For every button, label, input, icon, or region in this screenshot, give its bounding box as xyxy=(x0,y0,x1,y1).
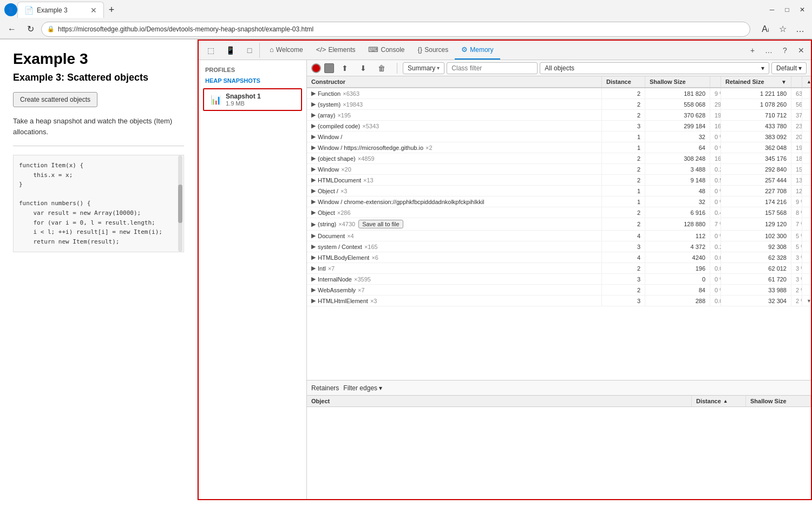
constructor-cell[interactable]: ▶(system)×19843 xyxy=(307,99,602,109)
constructor-cell[interactable]: ▶InternalNode×3595 xyxy=(307,274,602,284)
filter-edges-button[interactable]: Filter edges ▾ xyxy=(343,384,382,392)
tab-close-btn[interactable]: ✕ xyxy=(90,6,97,14)
maximize-button[interactable]: □ xyxy=(782,4,793,15)
tab-sources[interactable]: {} Sources xyxy=(411,41,455,60)
table-row[interactable]: ▶HTMLDocument×1329 1480.5 %257 44413 % xyxy=(307,175,811,186)
constructor-cell[interactable]: ▶(object shape)×4859 xyxy=(307,153,602,163)
constructor-cell[interactable]: ▶Window / https://microsoftedge.github.i… xyxy=(307,142,602,153)
table-row[interactable]: ▶(object shape)×48592308 24816 %345 1761… xyxy=(307,153,811,164)
table-row[interactable]: ▶Intl×721960.01 %62 0123 % xyxy=(307,263,811,274)
table-row[interactable]: ▶Object×28626 9160.4 %157 5688 % xyxy=(307,207,811,218)
table-row[interactable]: ▶Window / https://microsoftedge.github.i… xyxy=(307,142,811,153)
expand-arrow[interactable]: ▶ xyxy=(311,122,316,129)
close-button[interactable]: ✕ xyxy=(797,4,808,15)
table-row[interactable]: ▶Function×63632181 8209 %1 221 18063 % xyxy=(307,88,811,99)
constructor-cell[interactable]: ▶Object×286 xyxy=(307,207,602,218)
summary-select[interactable]: Summary ▾ xyxy=(403,62,444,74)
table-row[interactable]: ▶WebAssembly×72840 %33 9882 % xyxy=(307,285,811,296)
create-scattered-objects-button[interactable]: Create scattered objects xyxy=(13,92,97,107)
expand-arrow[interactable]: ▶ xyxy=(311,265,316,272)
constructor-cell[interactable]: ▶Object /×3 xyxy=(307,186,602,196)
constructor-cell[interactable]: ▶HTMLHtmlElement×3 xyxy=(307,296,602,306)
table-row[interactable]: ▶InternalNode×3595300 %61 7203 % xyxy=(307,274,811,285)
tab-elements[interactable]: </> Elements xyxy=(310,41,362,60)
inspect-button[interactable]: ⬚ xyxy=(203,43,218,58)
browser-tab[interactable]: 📄 Example 3 ✕ xyxy=(17,2,104,18)
all-objects-select[interactable]: All objects ▾ xyxy=(540,62,769,74)
constructor-cell[interactable]: ▶(compiled code)×5343 xyxy=(307,121,602,131)
collect-button[interactable]: 🗑 xyxy=(374,61,389,76)
table-row[interactable]: ▶HTMLHtmlElement×332880.01 %32 3042 %▼ xyxy=(307,296,811,306)
expand-arrow[interactable]: ▶ xyxy=(311,101,316,108)
settings-button[interactable]: … xyxy=(793,22,808,37)
clear-button[interactable]: ⬆ xyxy=(337,61,352,76)
stop-button[interactable] xyxy=(324,63,334,73)
table-row[interactable]: ▶Window / chrome-extension://gpphkfbcpid… xyxy=(307,196,811,207)
distance-header[interactable]: Distance xyxy=(602,76,645,87)
close-devtools-button[interactable]: ✕ xyxy=(794,43,809,58)
constructor-cell[interactable]: ▶Document×4 xyxy=(307,231,602,241)
table-row[interactable]: ▶HTMLBodyElement×6442400.02 %62 3283 % xyxy=(307,252,811,263)
table-row[interactable]: ▶Window×2023 4880.2 %292 84015 % xyxy=(307,164,811,175)
screen-capture-button[interactable]: □ xyxy=(242,43,257,58)
constructor-cell[interactable]: ▶WebAssembly×7 xyxy=(307,285,602,295)
snapshot-item[interactable]: 📊 Snapshot 1 1.9 MB xyxy=(203,88,302,111)
tab-console[interactable]: ⌨ Console xyxy=(362,41,411,60)
shallow-size-header[interactable]: Shallow Size xyxy=(645,76,710,87)
expand-arrow[interactable]: ▶ xyxy=(311,209,316,216)
save-all-to-file-button[interactable]: Save all to file xyxy=(358,220,403,228)
tab-welcome[interactable]: ⌂ Welcome xyxy=(263,41,310,60)
back-button[interactable]: ← xyxy=(4,22,19,37)
expand-arrow[interactable]: ▶ xyxy=(311,232,316,239)
table-row[interactable]: ▶system / Context×16534 3720.2 %92 3085 … xyxy=(307,241,811,252)
device-toggle-button[interactable]: 📱 xyxy=(222,43,238,58)
table-row[interactable]: ▶(system)×198432558 06829 %1 078 26056 % xyxy=(307,99,811,110)
retained-size-header[interactable]: Retained Size ▼ xyxy=(721,76,791,87)
table-row[interactable]: ▶Object /×31480 %227 70812 % xyxy=(307,186,811,196)
constructor-cell[interactable]: ▶Window / chrome-extension://gpphkfbcpid… xyxy=(307,196,602,207)
table-row[interactable]: ▶(compiled code)×53433299 18416 %433 780… xyxy=(307,121,811,132)
constructor-cell[interactable]: ▶HTMLBodyElement×6 xyxy=(307,252,602,263)
expand-arrow[interactable]: ▶ xyxy=(311,166,316,173)
url-bar[interactable]: 🔒 https://microsoftedge.github.io/Demos/… xyxy=(41,22,750,37)
constructor-cell[interactable]: ▶(string)×4730Save all to file xyxy=(307,218,602,230)
expand-arrow[interactable]: ▶ xyxy=(311,286,316,293)
table-row[interactable]: ▶Window /1320 %383 09220 % xyxy=(307,132,811,142)
load-button[interactable]: ⬇ xyxy=(356,61,371,76)
read-aloud-button[interactable]: Aᵢ xyxy=(758,22,773,37)
table-row[interactable]: ▶(array)×1952370 62819 %710 71237 % xyxy=(307,110,811,121)
expand-arrow[interactable]: ▶ xyxy=(311,198,316,205)
expand-arrow[interactable]: ▶ xyxy=(311,243,316,250)
retainers-tab[interactable]: Retainers xyxy=(311,384,339,392)
expand-arrow[interactable]: ▶ xyxy=(311,176,316,183)
add-panel-button[interactable]: + xyxy=(745,43,760,58)
constructor-cell[interactable]: ▶system / Context×165 xyxy=(307,241,602,252)
expand-arrow[interactable]: ▶ xyxy=(311,297,316,304)
record-button[interactable] xyxy=(311,63,321,73)
constructor-cell[interactable]: ▶(array)×195 xyxy=(307,110,602,120)
expand-arrow[interactable]: ▶ xyxy=(311,90,316,97)
table-row[interactable]: ▶Document×441120 %102 3005 % xyxy=(307,231,811,241)
table-row[interactable]: ▶(string)×4730Save all to file2128 8807 … xyxy=(307,218,811,231)
constructor-cell[interactable]: ▶Function×6363 xyxy=(307,88,602,99)
expand-arrow[interactable]: ▶ xyxy=(311,155,316,162)
constructor-cell[interactable]: ▶Intl×7 xyxy=(307,263,602,273)
reload-button[interactable]: ↻ xyxy=(23,22,38,37)
minimize-button[interactable]: ─ xyxy=(767,4,777,15)
expand-arrow[interactable]: ▶ xyxy=(311,144,316,151)
constructor-cell[interactable]: ▶Window / xyxy=(307,132,602,142)
expand-arrow[interactable]: ▶ xyxy=(311,133,316,140)
more-options-button[interactable]: … xyxy=(761,43,776,58)
expand-arrow[interactable]: ▶ xyxy=(311,221,316,228)
bottom-distance-header[interactable]: Distance ▲ xyxy=(692,396,746,406)
constructor-cell[interactable]: ▶Window×20 xyxy=(307,164,602,174)
help-button[interactable]: ? xyxy=(777,43,793,58)
expand-arrow[interactable]: ▶ xyxy=(311,112,316,119)
code-scrollbar[interactable] xyxy=(178,155,182,252)
default-select[interactable]: Default ▾ xyxy=(771,62,807,74)
expand-arrow[interactable]: ▶ xyxy=(311,187,316,194)
tab-memory[interactable]: ⚙ Memory xyxy=(455,41,500,60)
new-tab-button[interactable]: + xyxy=(104,2,119,17)
expand-arrow[interactable]: ▶ xyxy=(311,254,316,261)
bottom-shallow-header[interactable]: Shallow Size xyxy=(746,396,811,406)
